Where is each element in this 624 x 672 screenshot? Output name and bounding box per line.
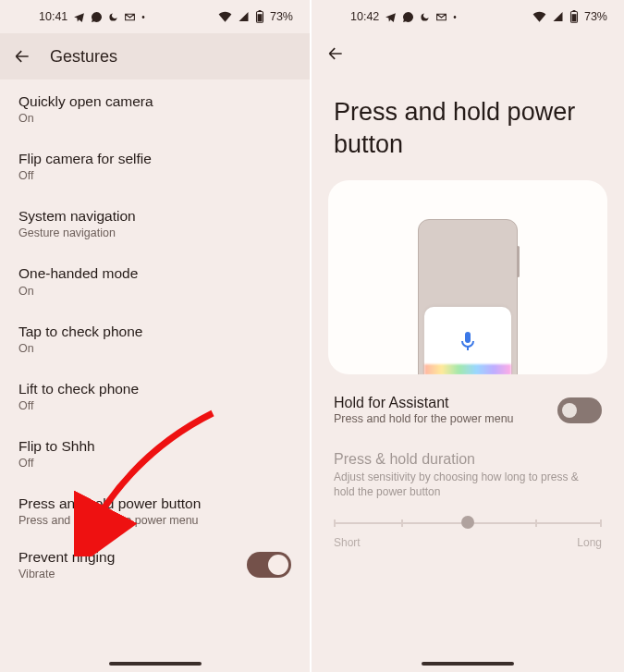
slider-label-short: Short xyxy=(334,536,361,549)
assistant-popup xyxy=(424,307,511,374)
battery-icon xyxy=(569,10,579,23)
item-press-hold-power[interactable]: Press and hold power button Press and ho… xyxy=(0,482,310,539)
slider-labels: Short Long xyxy=(334,536,602,549)
gesture-nav-bar[interactable] xyxy=(312,655,624,672)
item-sub: Gesture navigation xyxy=(18,226,291,239)
status-left: 10:41 • xyxy=(39,10,145,23)
item-prevent-ringing[interactable]: Prevent ringing Vibrate xyxy=(0,539,310,588)
header: Gestures xyxy=(0,33,310,79)
rainbow-bar-icon xyxy=(424,364,511,374)
row-hold-for-assistant[interactable]: Hold for Assistant Press and hold for th… xyxy=(312,374,624,429)
item-system-navigation[interactable]: System navigation Gesture navigation xyxy=(0,194,310,251)
wifi-icon xyxy=(218,11,232,22)
item-sub: Vibrate xyxy=(18,568,247,580)
svg-rect-5 xyxy=(572,14,577,21)
status-right: 73% xyxy=(532,10,607,23)
back-icon[interactable] xyxy=(326,44,345,63)
item-flip-camera-selfie[interactable]: Flip camera for selfie Off xyxy=(0,137,310,194)
setting-title: Press & hold duration xyxy=(334,451,602,468)
slider-label-long: Long xyxy=(577,536,602,549)
moon-icon xyxy=(420,12,430,22)
setting-sub: Adjust sensitivity by choosing how long … xyxy=(334,470,602,499)
item-title: One-handed mode xyxy=(18,264,291,283)
item-title: Press and hold power button xyxy=(18,495,291,513)
status-bar: 10:42 • 73% xyxy=(312,0,624,33)
status-battery-pct: 73% xyxy=(270,10,293,23)
item-title: Lift to check phone xyxy=(18,380,291,398)
item-sub: On xyxy=(18,342,291,355)
status-bar: 10:41 • 73% xyxy=(0,0,310,33)
whatsapp-icon xyxy=(91,11,103,23)
toggle-hold-assistant[interactable] xyxy=(557,397,602,423)
item-title: Quickly open camera xyxy=(18,92,291,111)
item-sub: On xyxy=(18,285,291,298)
nav-pill-icon xyxy=(422,662,514,666)
page-title: Gestures xyxy=(50,47,117,67)
svg-rect-1 xyxy=(259,10,262,11)
settings-list: Quickly open camera On Flip camera for s… xyxy=(0,79,310,655)
item-title: Flip camera for selfie xyxy=(18,150,291,168)
setting-title: Hold for Assistant xyxy=(334,395,514,411)
svg-rect-2 xyxy=(258,14,263,21)
mail-icon xyxy=(124,11,136,23)
battery-icon xyxy=(255,10,264,23)
status-left: 10:42 • xyxy=(350,10,457,23)
item-title: Prevent ringing xyxy=(18,548,247,567)
setting-sub: Press and hold for the power menu xyxy=(334,412,514,425)
item-title: Flip to Shhh xyxy=(18,437,291,456)
item-tap-to-check[interactable]: Tap to check phone On xyxy=(0,310,310,367)
phone-illustration xyxy=(418,219,518,374)
signal-icon xyxy=(238,11,250,22)
mail-icon xyxy=(435,11,447,23)
gesture-nav-bar[interactable] xyxy=(0,655,310,672)
whatsapp-icon xyxy=(402,11,414,23)
screen-gestures: 10:41 • 73% xyxy=(0,0,312,672)
mic-icon xyxy=(457,329,479,353)
item-sub: Off xyxy=(18,457,291,470)
status-time: 10:41 xyxy=(39,10,67,23)
signal-icon xyxy=(552,11,564,22)
item-flip-to-shhh[interactable]: Flip to Shhh Off xyxy=(0,424,310,482)
item-sub: Press and hold for the power menu xyxy=(18,514,291,527)
dot-icon: • xyxy=(453,12,457,22)
back-icon[interactable] xyxy=(13,47,31,66)
slider-thumb xyxy=(461,516,474,529)
item-sub: On xyxy=(18,112,291,125)
item-sub: Off xyxy=(18,169,291,182)
illustration-card xyxy=(328,180,607,374)
telegram-icon xyxy=(385,11,397,23)
nav-pill-icon xyxy=(109,662,202,666)
page-title: Press and hold power button xyxy=(312,74,624,177)
item-sub: Off xyxy=(18,399,291,412)
moon-icon xyxy=(108,12,118,22)
status-right: 73% xyxy=(218,10,293,23)
telegram-icon xyxy=(73,11,85,23)
item-one-handed-mode[interactable]: One-handed mode On xyxy=(0,251,310,309)
svg-rect-6 xyxy=(465,332,471,343)
item-title: System navigation xyxy=(18,207,291,226)
toggle-prevent-ringing[interactable] xyxy=(247,552,291,578)
row-press-hold-duration: Press & hold duration Adjust sensitivity… xyxy=(312,429,624,503)
header xyxy=(312,33,624,74)
wifi-icon xyxy=(532,11,546,22)
item-lift-to-check[interactable]: Lift to check phone Off xyxy=(0,367,310,424)
duration-slider xyxy=(334,518,602,529)
screen-press-hold-power: 10:42 • 73% xyxy=(312,0,624,672)
item-quickly-open-camera[interactable]: Quickly open camera On xyxy=(0,79,310,137)
status-time: 10:42 xyxy=(350,10,379,23)
item-title: Tap to check phone xyxy=(18,323,291,341)
svg-rect-4 xyxy=(573,10,576,11)
dot-icon: • xyxy=(141,12,145,22)
status-battery-pct: 73% xyxy=(584,10,607,23)
